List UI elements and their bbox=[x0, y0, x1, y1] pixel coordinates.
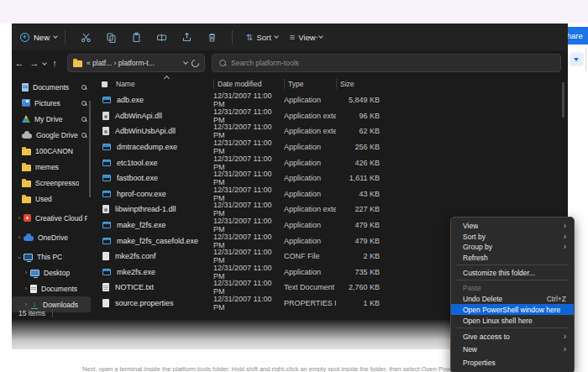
file-type-cell: Application bbox=[284, 96, 336, 104]
divider bbox=[52, 309, 53, 317]
menu-item-label: Refresh bbox=[463, 254, 488, 262]
chevron-collapsed-icon[interactable]: › bbox=[22, 270, 30, 275]
up-button[interactable]: ↑ bbox=[47, 58, 62, 68]
cut-icon[interactable] bbox=[76, 28, 95, 46]
sidebar-item-this-pc[interactable]: ⌄This PC bbox=[12, 249, 91, 265]
status-bar: 15 items bbox=[18, 309, 53, 317]
list-scrollbar[interactable] bbox=[562, 82, 564, 118]
submenu-arrow-icon: › bbox=[564, 233, 566, 240]
menu-item-undo-delete[interactable]: Undo DeleteCtrl+Z bbox=[451, 293, 574, 304]
menu-item-give-access-to[interactable]: Give access to› bbox=[451, 330, 574, 343]
sort-arrows-icon: ⇅ bbox=[246, 33, 253, 42]
copy-icon[interactable] bbox=[102, 28, 120, 46]
menu-item-properties[interactable]: Properties bbox=[451, 356, 574, 369]
column-header-type[interactable]: Type bbox=[284, 79, 336, 89]
column-header-name[interactable]: Name bbox=[108, 80, 213, 88]
file-name-cell: libwinpthread-1.dll bbox=[91, 205, 213, 213]
menu-item-open-powershell-window-here[interactable]: Open PowerShell window here bbox=[451, 304, 574, 315]
table-row[interactable]: AdbWinUsbApi.dll12/31/2007 11:00 PMAppli… bbox=[91, 123, 568, 139]
menu-item-view[interactable]: View› bbox=[451, 221, 574, 232]
menu-item-paste[interactable]: Paste bbox=[451, 282, 574, 293]
forward-button[interactable]: → bbox=[27, 58, 42, 68]
sidebar-item-label: My Drive bbox=[34, 115, 63, 123]
chevron-down-icon[interactable] bbox=[183, 60, 188, 65]
recent-locations-chevron-icon[interactable] bbox=[42, 60, 47, 65]
menu-item-refresh[interactable]: Refresh bbox=[451, 253, 574, 264]
delete-icon[interactable] bbox=[202, 28, 221, 46]
file-date-cell: 12/31/2007 11:00 PM bbox=[213, 248, 284, 265]
chevron-collapsed-icon[interactable]: › bbox=[22, 286, 30, 291]
table-row[interactable]: etc1tool.exe12/31/2007 11:00 PMApplicati… bbox=[91, 155, 568, 170]
sidebar-item-pictures[interactable]: Pictures bbox=[12, 95, 91, 111]
menu-item-open-linux-shell-here[interactable]: Open Linux shell here bbox=[451, 315, 574, 326]
cc-icon bbox=[24, 214, 31, 222]
menu-item-new[interactable]: New› bbox=[451, 343, 574, 357]
file-name-cell: AdbWinUsbApi.dll bbox=[91, 127, 213, 135]
menu-item-group-by[interactable]: Group by› bbox=[451, 242, 574, 253]
sidebar-item-my-drive[interactable]: My Drive bbox=[12, 111, 91, 127]
sidebar-item-memes[interactable]: memes bbox=[12, 159, 91, 175]
sidebar-item-used[interactable]: Used bbox=[12, 191, 91, 207]
back-button[interactable]: ← bbox=[12, 58, 27, 68]
pin-icon bbox=[81, 100, 87, 107]
paste-icon[interactable] bbox=[127, 28, 145, 46]
file-size-cell: 1 KB bbox=[336, 299, 380, 307]
downloads-icon: ↓ bbox=[30, 301, 39, 309]
file-name: NOTICE.txt bbox=[115, 283, 154, 291]
table-row[interactable]: dmtracedump.exe12/31/2007 11:00 PMApplic… bbox=[91, 139, 568, 155]
file-size-cell: 256 KB bbox=[336, 143, 380, 151]
more-options-button[interactable]: ··· bbox=[307, 32, 319, 42]
file-name: mke2fs.exe bbox=[117, 268, 155, 276]
submenu-arrow-icon: › bbox=[564, 346, 566, 353]
file-type-cell: Application bbox=[284, 268, 336, 276]
menu-item-label: New bbox=[463, 345, 477, 354]
table-row[interactable]: hprof-conv.exe12/31/2007 11:00 PMApplica… bbox=[91, 186, 568, 202]
sidebar-item-onedrive[interactable]: ›OneDrive bbox=[12, 229, 91, 245]
table-row[interactable]: adb.exe12/31/2007 11:00 PMApplication5,8… bbox=[91, 92, 568, 108]
share-icon[interactable] bbox=[177, 28, 196, 46]
file-name: etc1tool.exe bbox=[117, 159, 158, 167]
chevron-expanded-icon[interactable]: ⌄ bbox=[15, 254, 24, 260]
file-size-cell: 5,849 KB bbox=[336, 96, 380, 104]
sort-button[interactable]: ⇅ Sort bbox=[246, 33, 278, 42]
gdrive-icon bbox=[22, 115, 30, 123]
exe-file-icon bbox=[102, 97, 111, 103]
dll-file-icon bbox=[102, 127, 109, 135]
refresh-icon[interactable] bbox=[190, 58, 201, 69]
sidebar-item-screenpresso[interactable]: Screenpresso bbox=[12, 175, 91, 191]
column-header-date[interactable]: Date modified bbox=[213, 79, 284, 89]
sidebar-item-documents[interactable]: Documents bbox=[12, 79, 91, 95]
rename-icon[interactable] bbox=[152, 28, 171, 46]
menu-item-sort-by[interactable]: Sort by› bbox=[451, 232, 574, 243]
menu-item-customize-this-folder-[interactable]: Customize this folder... bbox=[451, 267, 574, 278]
table-row[interactable]: libwinpthread-1.dll12/31/2007 11:00 PMAp… bbox=[91, 202, 568, 217]
sidebar-item-google-drive[interactable]: Google Drive bbox=[12, 127, 91, 143]
file-date-cell: 12/31/2007 11:00 PM bbox=[213, 279, 284, 296]
file-type-cell: Application bbox=[284, 159, 336, 167]
breadcrumb[interactable]: « platf... › platform-t... bbox=[67, 54, 205, 72]
chevron-collapsed-icon[interactable]: › bbox=[15, 234, 24, 240]
sidebar-item-creative-cloud-f[interactable]: ›Creative Cloud F bbox=[12, 210, 91, 226]
table-row[interactable]: fastboot.exe12/31/2007 11:00 PMApplicati… bbox=[91, 170, 568, 186]
search-input[interactable]: Search platform-tools bbox=[212, 54, 561, 72]
docs-dropdown-button[interactable] bbox=[570, 52, 584, 66]
sidebar-item-documents[interactable]: ›Documents bbox=[12, 280, 91, 296]
submenu-arrow-icon: › bbox=[564, 244, 566, 250]
divider bbox=[585, 47, 586, 71]
chevron-collapsed-icon[interactable]: › bbox=[15, 215, 24, 221]
new-button[interactable]: + New bbox=[20, 33, 57, 42]
chevron-collapsed-icon[interactable]: › bbox=[22, 301, 30, 307]
sidebar-item-desktop[interactable]: ›Desktop bbox=[12, 265, 91, 280]
pin-icon bbox=[81, 132, 87, 139]
file-name-cell: AdbWinApi.dll bbox=[91, 112, 213, 120]
select-all-checkbox[interactable] bbox=[102, 81, 108, 87]
sidebar-scrollbar[interactable] bbox=[89, 101, 91, 197]
divider bbox=[232, 30, 233, 44]
file-name: AdbWinUsbApi.dll bbox=[115, 127, 176, 135]
divider bbox=[65, 30, 66, 44]
sidebar-item-100canon[interactable]: 100CANON bbox=[12, 143, 91, 159]
table-row[interactable]: AdbWinApi.dll12/31/2007 11:00 PMApplicat… bbox=[91, 108, 568, 124]
column-header-size[interactable]: Size bbox=[336, 79, 380, 89]
file-name: source.properties bbox=[115, 299, 174, 307]
file-date-cell: 12/31/2007 11:00 PM bbox=[213, 186, 284, 202]
